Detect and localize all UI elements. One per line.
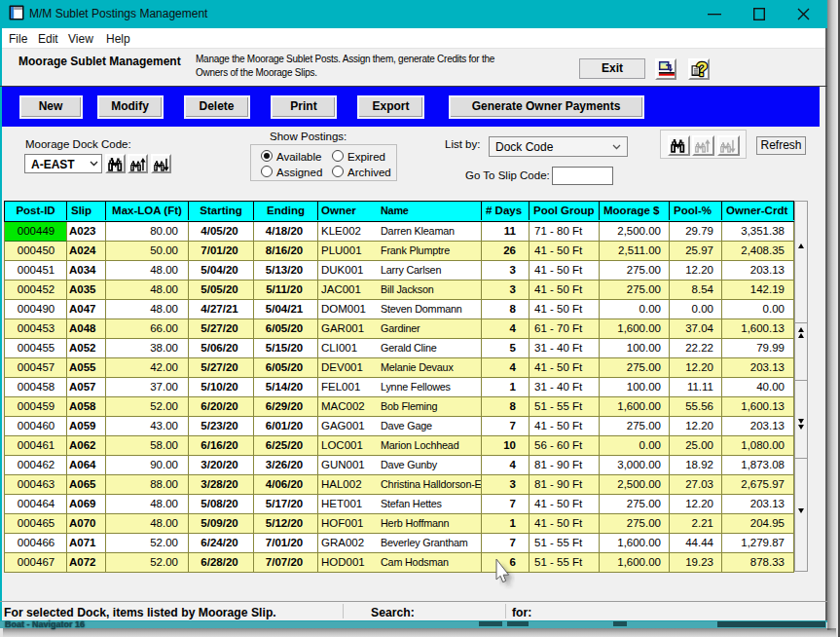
svg-text:?: ? bbox=[696, 58, 708, 80]
